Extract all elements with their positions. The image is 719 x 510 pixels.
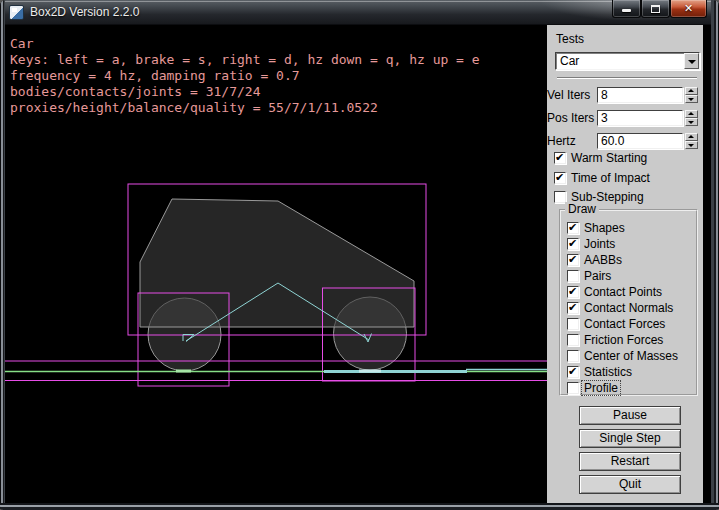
checkbox-label-profile[interactable]: Profile: [582, 381, 620, 395]
field-vel-iters[interactable]: 8: [597, 87, 683, 103]
window-title: Box2D Version 2.2.0: [30, 5, 139, 19]
field-label: Hertz: [547, 134, 576, 148]
contact-point: [359, 370, 381, 373]
spinner-up-button[interactable]: [685, 87, 698, 95]
spinner-down-button[interactable]: [685, 95, 698, 103]
check-icon: ✔: [568, 285, 577, 298]
checkbox-label-contact-points[interactable]: Contact Points: [584, 285, 662, 299]
checkbox-label-warm-starting[interactable]: Warm Starting: [571, 151, 647, 165]
checkbox-label-friction-forces[interactable]: Friction Forces: [584, 333, 663, 347]
check-icon: ✔: [555, 171, 564, 184]
restart-button[interactable]: Restart: [579, 452, 681, 471]
maximize-icon: [651, 5, 660, 13]
stats-line: frequency = 4 hz, damping ratio = 0.7: [10, 68, 480, 84]
triangle-up-icon: [688, 135, 694, 138]
contact-point: [176, 370, 191, 373]
checkbox-label-contact-normals[interactable]: Contact Normals: [584, 301, 673, 315]
titlebar-highlight: [2, 1, 717, 2]
field-pos-iters[interactable]: 3: [597, 110, 683, 126]
debug-text-overlay: CarKeys: left = a, brake = s, right = d,…: [10, 36, 480, 116]
check-icon: ✔: [568, 237, 577, 250]
stats-line: proxies/height/balance/quality = 55/7/1/…: [10, 100, 480, 116]
check-icon: ✔: [568, 253, 577, 266]
check-icon: ✔: [568, 365, 577, 378]
tests-dropdown[interactable]: Car: [555, 52, 700, 70]
close-button[interactable]: ✕: [670, 0, 707, 18]
checkbox-statistics[interactable]: ✔: [567, 366, 579, 378]
title-bar[interactable]: Box2D Version 2.2.0 ✕: [0, 0, 719, 25]
checkbox-center-of-masses[interactable]: [567, 350, 579, 362]
dropdown-arrow-button[interactable]: [684, 53, 699, 69]
checkbox-label-time-of-impact[interactable]: Time of Impact: [571, 171, 650, 185]
tests-label: Tests: [556, 32, 584, 46]
checkbox-label-joints[interactable]: Joints: [584, 237, 615, 251]
checkbox-friction-forces[interactable]: [567, 334, 579, 346]
pause-button[interactable]: Pause: [579, 406, 681, 425]
checkbox-label-statistics[interactable]: Statistics: [584, 365, 632, 379]
field-label: Pos Iters: [547, 111, 594, 125]
triangle-down-icon: [688, 144, 694, 147]
check-icon: ✔: [568, 221, 577, 234]
app-icon: [9, 5, 24, 20]
checkbox-pairs[interactable]: [567, 270, 579, 282]
separator: [557, 77, 697, 79]
triangle-up-icon: [688, 112, 694, 115]
checkbox-shapes[interactable]: ✔: [567, 222, 579, 234]
spinner-down-button[interactable]: [685, 118, 698, 126]
spinner: [685, 133, 698, 149]
field-hertz[interactable]: 60.0: [597, 133, 683, 149]
checkbox-joints[interactable]: ✔: [567, 238, 579, 250]
app-window: Box2D Version 2.2.0 ✕ CarKeys: left = a,…: [0, 0, 719, 510]
checkbox-label-aabbs[interactable]: AABBs: [584, 253, 622, 267]
close-icon: ✕: [671, 2, 706, 15]
check-icon: ✔: [555, 151, 564, 164]
spinner-down-button[interactable]: [685, 141, 698, 149]
minimize-button[interactable]: [612, 0, 641, 18]
single-step-button[interactable]: Single Step: [579, 429, 681, 448]
checkbox-aabbs[interactable]: ✔: [567, 254, 579, 266]
chevron-down-icon: [688, 60, 696, 64]
window-border-bottom: [0, 503, 719, 510]
field-label: Vel Iters: [547, 88, 590, 102]
field-value: 8: [601, 88, 608, 102]
spinner-up-button[interactable]: [685, 110, 698, 118]
control-panel: Tests Car Vel Iters8Pos Iters3Hertz60.0 …: [547, 25, 703, 503]
checkbox-label-pairs[interactable]: Pairs: [584, 269, 611, 283]
checkbox-time-of-impact[interactable]: ✔: [554, 172, 566, 184]
spinner: [685, 110, 698, 126]
quit-button[interactable]: Quit: [579, 475, 681, 494]
checkbox-label-contact-forces[interactable]: Contact Forces: [584, 317, 665, 331]
checkbox-contact-points[interactable]: ✔: [567, 286, 579, 298]
minimize-icon: [622, 9, 631, 12]
checkbox-warm-starting[interactable]: ✔: [554, 152, 566, 164]
window-border-left: [0, 0, 5, 510]
stats-line: bodies/contacts/joints = 31/7/24: [10, 84, 480, 100]
triangle-up-icon: [688, 89, 694, 92]
chassis-shape: [140, 199, 414, 327]
check-icon: ✔: [568, 301, 577, 314]
field-value: 60.0: [601, 134, 624, 148]
checkbox-profile[interactable]: [567, 382, 579, 394]
triangle-down-icon: [688, 121, 694, 124]
maximize-button[interactable]: [641, 0, 670, 18]
draw-group-title: Draw: [565, 202, 599, 216]
tests-dropdown-value: Car: [560, 54, 579, 68]
checkbox-contact-normals[interactable]: ✔: [567, 302, 579, 314]
spinner-up-button[interactable]: [685, 133, 698, 141]
client-area: CarKeys: left = a, brake = s, right = d,…: [5, 25, 711, 503]
checkbox-contact-forces[interactable]: [567, 318, 579, 330]
stats-line: Keys: left = a, brake = s, right = d, hz…: [10, 52, 480, 68]
field-value: 3: [601, 111, 608, 125]
stats-line: Car: [10, 36, 480, 52]
checkbox-label-center-of-masses[interactable]: Center of Masses: [584, 349, 678, 363]
spinner: [685, 87, 698, 103]
triangle-down-icon: [688, 98, 694, 101]
window-border-right: [711, 0, 719, 510]
checkbox-label-shapes[interactable]: Shapes: [584, 221, 625, 235]
